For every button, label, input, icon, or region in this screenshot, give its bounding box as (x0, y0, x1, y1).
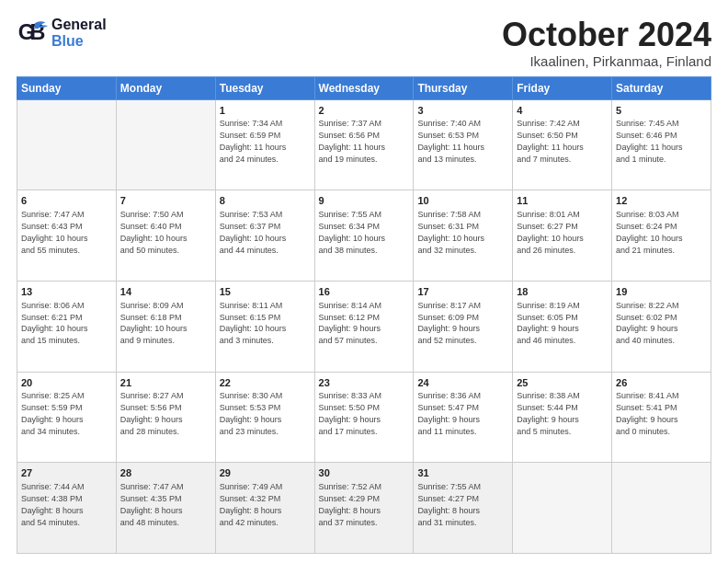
day-number: 4 (517, 104, 608, 118)
table-row: 23Sunrise: 8:33 AM Sunset: 5:50 PM Dayli… (314, 372, 414, 463)
col-sunday: Sunday (17, 76, 117, 99)
day-detail: Sunrise: 7:49 AM Sunset: 4:32 PM Dayligh… (220, 482, 283, 526)
table-row: 10Sunrise: 7:58 AM Sunset: 6:31 PM Dayli… (414, 190, 513, 282)
table-row: 30Sunrise: 7:52 AM Sunset: 4:29 PM Dayli… (314, 463, 414, 554)
day-number: 13 (21, 285, 112, 299)
table-row: 25Sunrise: 8:38 AM Sunset: 5:44 PM Dayli… (513, 372, 612, 463)
day-number: 1 (220, 104, 311, 118)
table-row: 7Sunrise: 7:50 AM Sunset: 6:40 PM Daylig… (116, 190, 215, 282)
table-row: 9Sunrise: 7:55 AM Sunset: 6:34 PM Daylig… (314, 190, 414, 282)
day-number: 26 (616, 376, 707, 390)
day-detail: Sunrise: 7:52 AM Sunset: 4:29 PM Dayligh… (319, 482, 382, 526)
day-number: 16 (319, 285, 410, 299)
location: Ikaalinen, Pirkanmaa, Finland (502, 53, 711, 69)
table-row: 31Sunrise: 7:55 AM Sunset: 4:27 PM Dayli… (414, 463, 513, 554)
day-number: 12 (616, 194, 707, 208)
table-row: 14Sunrise: 8:09 AM Sunset: 6:18 PM Dayli… (116, 281, 215, 372)
day-detail: Sunrise: 8:25 AM Sunset: 5:59 PM Dayligh… (21, 391, 85, 435)
day-number: 22 (220, 376, 311, 390)
day-number: 31 (417, 466, 508, 480)
col-monday: Monday (116, 76, 215, 99)
table-row: 15Sunrise: 8:11 AM Sunset: 6:15 PM Dayli… (215, 281, 314, 372)
month-title: October 2024 (502, 17, 711, 53)
day-detail: Sunrise: 8:01 AM Sunset: 6:27 PM Dayligh… (517, 210, 584, 254)
logo: G B General Blue (17, 17, 107, 50)
table-row: 3Sunrise: 7:40 AM Sunset: 6:53 PM Daylig… (414, 99, 513, 190)
table-row: 29Sunrise: 7:49 AM Sunset: 4:32 PM Dayli… (215, 463, 314, 554)
calendar-header-row: Sunday Monday Tuesday Wednesday Thursday… (17, 76, 711, 99)
col-wednesday: Wednesday (314, 76, 414, 99)
table-row: 24Sunrise: 8:36 AM Sunset: 5:47 PM Dayli… (414, 372, 513, 463)
table-row: 17Sunrise: 8:17 AM Sunset: 6:09 PM Dayli… (414, 281, 513, 372)
day-detail: Sunrise: 8:11 AM Sunset: 6:15 PM Dayligh… (220, 301, 287, 345)
col-tuesday: Tuesday (215, 76, 314, 99)
day-detail: Sunrise: 7:53 AM Sunset: 6:37 PM Dayligh… (220, 210, 287, 254)
day-number: 5 (616, 104, 707, 118)
header: G B General Blue October 2024 Ikaalinen,… (17, 17, 711, 69)
day-number: 9 (319, 194, 410, 208)
day-number: 15 (220, 285, 311, 299)
day-detail: Sunrise: 8:36 AM Sunset: 5:47 PM Dayligh… (417, 391, 481, 435)
table-row (116, 99, 215, 190)
calendar-table: Sunday Monday Tuesday Wednesday Thursday… (17, 76, 711, 554)
day-detail: Sunrise: 8:41 AM Sunset: 5:41 PM Dayligh… (616, 391, 679, 435)
table-row: 19Sunrise: 8:22 AM Sunset: 6:02 PM Dayli… (612, 281, 711, 372)
day-detail: Sunrise: 8:38 AM Sunset: 5:44 PM Dayligh… (517, 391, 580, 435)
table-row: 22Sunrise: 8:30 AM Sunset: 5:53 PM Dayli… (215, 372, 314, 463)
day-detail: Sunrise: 7:58 AM Sunset: 6:31 PM Dayligh… (417, 210, 484, 254)
table-row: 12Sunrise: 8:03 AM Sunset: 6:24 PM Dayli… (612, 190, 711, 282)
day-detail: Sunrise: 8:19 AM Sunset: 6:05 PM Dayligh… (517, 301, 580, 345)
table-row: 4Sunrise: 7:42 AM Sunset: 6:50 PM Daylig… (513, 99, 612, 190)
col-friday: Friday (513, 76, 612, 99)
day-number: 23 (319, 376, 410, 390)
day-detail: Sunrise: 7:47 AM Sunset: 4:35 PM Dayligh… (120, 482, 184, 526)
day-detail: Sunrise: 7:40 AM Sunset: 6:53 PM Dayligh… (417, 119, 484, 163)
table-row: 28Sunrise: 7:47 AM Sunset: 4:35 PM Dayli… (116, 463, 215, 554)
table-row: 6Sunrise: 7:47 AM Sunset: 6:43 PM Daylig… (17, 190, 117, 282)
day-number: 28 (120, 466, 211, 480)
day-detail: Sunrise: 7:55 AM Sunset: 6:34 PM Dayligh… (319, 210, 386, 254)
table-row: 27Sunrise: 7:44 AM Sunset: 4:38 PM Dayli… (17, 463, 117, 554)
table-row (513, 463, 612, 554)
table-row: 18Sunrise: 8:19 AM Sunset: 6:05 PM Dayli… (513, 281, 612, 372)
day-detail: Sunrise: 7:34 AM Sunset: 6:59 PM Dayligh… (220, 119, 287, 163)
table-row: 21Sunrise: 8:27 AM Sunset: 5:56 PM Dayli… (116, 372, 215, 463)
table-row: 1Sunrise: 7:34 AM Sunset: 6:59 PM Daylig… (215, 99, 314, 190)
logo-icon: G B (17, 17, 50, 50)
table-row: 2Sunrise: 7:37 AM Sunset: 6:56 PM Daylig… (314, 99, 414, 190)
day-detail: Sunrise: 8:33 AM Sunset: 5:50 PM Dayligh… (319, 391, 382, 435)
day-number: 17 (417, 285, 508, 299)
day-number: 29 (220, 466, 311, 480)
day-detail: Sunrise: 8:30 AM Sunset: 5:53 PM Dayligh… (220, 391, 283, 435)
table-row (17, 99, 117, 190)
day-number: 30 (319, 466, 410, 480)
day-detail: Sunrise: 8:06 AM Sunset: 6:21 PM Dayligh… (21, 301, 88, 345)
col-thursday: Thursday (414, 76, 513, 99)
day-number: 2 (319, 104, 410, 118)
table-row (612, 463, 711, 554)
logo-blue-text: Blue (51, 33, 107, 50)
day-number: 18 (517, 285, 608, 299)
day-number: 25 (517, 376, 608, 390)
day-number: 20 (21, 376, 112, 390)
table-row: 8Sunrise: 7:53 AM Sunset: 6:37 PM Daylig… (215, 190, 314, 282)
logo-name: General Blue (51, 17, 107, 49)
day-number: 21 (120, 376, 211, 390)
day-number: 11 (517, 194, 608, 208)
day-detail: Sunrise: 7:47 AM Sunset: 6:43 PM Dayligh… (21, 210, 88, 254)
day-detail: Sunrise: 8:17 AM Sunset: 6:09 PM Dayligh… (417, 301, 481, 345)
col-saturday: Saturday (612, 76, 711, 99)
table-row: 11Sunrise: 8:01 AM Sunset: 6:27 PM Dayli… (513, 190, 612, 282)
day-number: 8 (220, 194, 311, 208)
day-number: 10 (417, 194, 508, 208)
day-detail: Sunrise: 8:22 AM Sunset: 6:02 PM Dayligh… (616, 301, 679, 345)
day-detail: Sunrise: 8:09 AM Sunset: 6:18 PM Dayligh… (120, 301, 188, 345)
page: G B General Blue October 2024 Ikaalinen,… (0, 0, 728, 563)
day-number: 19 (616, 285, 707, 299)
day-number: 6 (21, 194, 112, 208)
day-detail: Sunrise: 8:14 AM Sunset: 6:12 PM Dayligh… (319, 301, 382, 345)
title-block: October 2024 Ikaalinen, Pirkanmaa, Finla… (502, 17, 711, 69)
day-number: 27 (21, 466, 112, 480)
day-number: 7 (120, 194, 211, 208)
day-detail: Sunrise: 7:50 AM Sunset: 6:40 PM Dayligh… (120, 210, 188, 254)
